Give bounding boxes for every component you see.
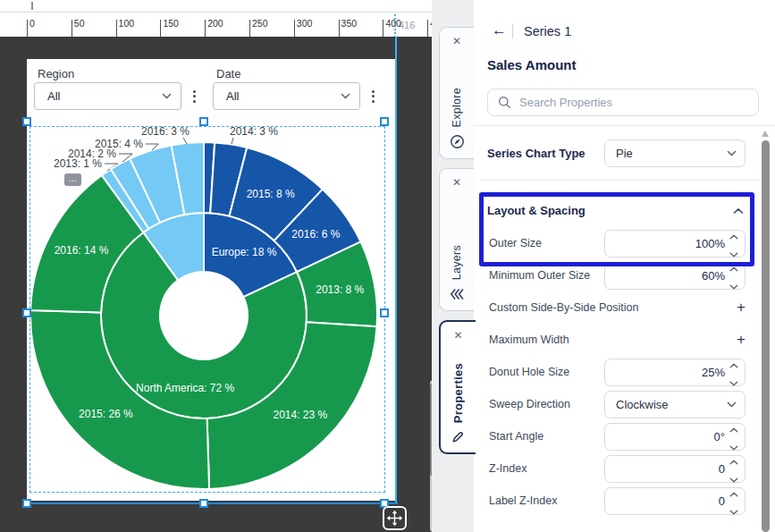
control-value: 60% [605, 269, 725, 283]
ruler-tick [294, 20, 295, 38]
stepper-arrows[interactable] [729, 485, 738, 519]
step-up-icon[interactable] [729, 259, 738, 275]
ruler-tick-label: 250 [252, 18, 268, 29]
slice-label-inside: 2015: 8 % [247, 188, 295, 200]
ruler-origin-tick [31, 2, 33, 10]
move-widget-handle[interactable] [383, 506, 407, 530]
slice-label-outside: 2014: 3 % [230, 125, 278, 138]
control-value: 0 [605, 494, 725, 508]
property-label-7: Sweep Direction [489, 398, 570, 410]
series-field-name: Sales Amount [487, 57, 576, 72]
panel-title: Series 1 [524, 24, 571, 38]
horizontal-ruler: 416 050100150200250300350400450 [0, 12, 440, 38]
stepper-arrows[interactable] [729, 420, 738, 454]
tab-explore[interactable]: ✕Explore [439, 27, 474, 159]
tab-label: Layers [451, 245, 463, 280]
control-value: Pie [605, 147, 727, 160]
step-up-icon[interactable] [729, 452, 738, 469]
selection-resize-handle[interactable] [380, 117, 389, 126]
slice-label-inside: 2013: 8 % [316, 283, 364, 296]
add-property-button[interactable]: + [731, 298, 751, 317]
stepper-arrows[interactable] [729, 452, 738, 486]
stepper-arrows[interactable] [729, 227, 738, 261]
slice-label-inside: Europe: 18 % [212, 246, 277, 258]
slice-label-inside: 2015: 26 % [79, 408, 133, 420]
slice-label-outside: 2016: 3 % [141, 125, 190, 138]
ruler-tick [116, 20, 117, 38]
dropdown-series-chart-type[interactable]: Pie [604, 139, 746, 167]
property-label-5: Maximum Width [489, 334, 569, 346]
property-label-10: Label Z-Index [489, 494, 557, 507]
panel-scrollbar-thumb[interactable] [762, 140, 770, 532]
search-properties-input[interactable] [518, 95, 758, 110]
stepper-start-angle[interactable]: 0° [604, 423, 746, 451]
step-up-icon[interactable] [729, 227, 738, 243]
close-icon[interactable]: ✕ [453, 329, 462, 342]
add-property-button[interactable]: + [731, 330, 751, 350]
panel-divider [474, 125, 775, 126]
ruler-tick-label: 200 [207, 18, 223, 29]
properties-panel: ← Series 1 Sales Amount Series Chart Typ… [474, 0, 775, 532]
dashboard-canvas[interactable]: RegionAllDateAll Europe: 18 %North Ameri… [0, 37, 432, 532]
compass-icon [450, 134, 465, 149]
control-value: 0 [605, 462, 725, 476]
stepper-z-index[interactable]: 0 [604, 455, 746, 483]
ruler-tick [339, 20, 340, 38]
step-up-icon[interactable] [729, 356, 738, 372]
ruler-tick [383, 20, 383, 38]
ruler-tick [205, 20, 206, 38]
ruler-tick-label: 0 [29, 18, 35, 29]
step-down-icon[interactable] [729, 374, 738, 390]
tab-label: Explore [451, 88, 463, 127]
dropdown-sweep-direction[interactable]: Clockwise [604, 391, 746, 418]
close-icon[interactable]: ✕ [452, 176, 461, 189]
panel-scrollbar-up-arrow[interactable] [762, 131, 769, 137]
ruler-tick-label: 100 [119, 18, 135, 29]
property-label-4: Custom Side-By-Side Position [489, 301, 638, 314]
step-up-icon[interactable] [729, 420, 738, 436]
slice-label-inside: 2014: 23 % [274, 409, 328, 421]
step-up-icon[interactable] [729, 485, 738, 501]
layers-icon [450, 287, 464, 301]
selection-resize-handle[interactable] [380, 308, 389, 317]
stepper-arrows[interactable] [729, 259, 738, 293]
section-divider [481, 180, 760, 181]
pen-icon [451, 430, 465, 443]
selection-resize-handle[interactable] [22, 308, 31, 317]
header-divider [512, 24, 513, 38]
slice-label-inside: North America: 72 % [136, 382, 234, 394]
property-label-8: Start Angle [489, 430, 543, 443]
property-label-3: Minimum Outer Size [489, 269, 590, 282]
collapse-chevron-up-icon[interactable] [733, 207, 744, 215]
stepper-outer-size[interactable]: 100% [604, 230, 746, 258]
stepper-donut-hole-size[interactable]: 25% [604, 359, 746, 386]
selection-resize-handle[interactable] [199, 499, 208, 508]
selection-resize-handle[interactable] [22, 499, 31, 508]
step-down-icon[interactable] [729, 277, 738, 293]
stepper-arrows[interactable] [729, 356, 738, 390]
selection-resize-handle[interactable] [22, 117, 31, 126]
stepper-label-z-index[interactable]: 0 [604, 487, 746, 515]
ruler-tick-label: 50 [74, 18, 85, 29]
widget-bottom-edge [24, 502, 398, 504]
label-connector-line [232, 138, 233, 144]
back-arrow-icon[interactable]: ← [492, 21, 507, 39]
stepper-minimum-outer-size[interactable]: 60% [604, 262, 746, 290]
hidden-labels-indicator-icon[interactable]: … [64, 173, 81, 186]
slice-label-inside: 2016: 14 % [55, 244, 109, 257]
chevron-down-icon [727, 401, 737, 408]
ruler-tick-label: 350 [341, 18, 358, 29]
control-value: 0° [605, 430, 725, 443]
step-down-icon[interactable] [729, 502, 738, 519]
ruler-tick [160, 20, 161, 38]
widget-right-edge-guide [395, 37, 397, 503]
selection-resize-handle[interactable] [199, 117, 208, 126]
search-properties-box[interactable] [487, 89, 759, 116]
close-icon[interactable]: ✕ [452, 35, 461, 47]
tab-properties[interactable]: ✕Properties [439, 320, 476, 454]
app-root: 416 050100150200250300350400450 RegionAl… [0, 0, 775, 532]
property-label-2: Outer Size [489, 237, 542, 249]
control-value: 25% [605, 366, 725, 379]
tab-layers[interactable]: ✕Layers [439, 168, 474, 311]
ruler-tick-label: 400 [385, 18, 401, 29]
